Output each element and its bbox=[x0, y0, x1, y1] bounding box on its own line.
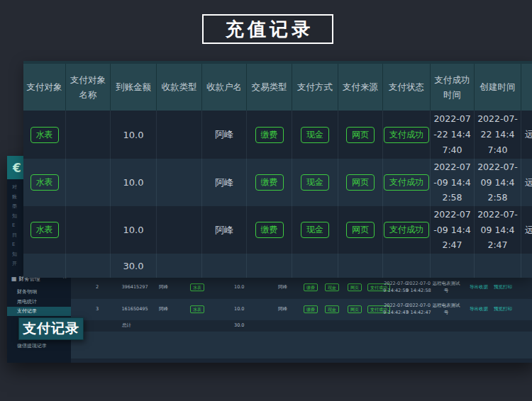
amount: 10.0 bbox=[234, 284, 244, 291]
pay-source-tag: 网页 bbox=[346, 127, 375, 143]
collect-type-cell bbox=[157, 159, 202, 206]
col-header: 支付对象名称 bbox=[66, 64, 111, 111]
success-time-cell: 2022-07-22 14:47:40 bbox=[431, 111, 475, 159]
col-header: 支付对象 bbox=[23, 64, 66, 111]
object-name: 阿峰 bbox=[159, 306, 168, 313]
pay-method-tag: 现金 bbox=[301, 174, 329, 191]
pay-method-tag: 现金 bbox=[325, 305, 339, 314]
remote-account-cell-partial: 远 bbox=[521, 159, 532, 206]
success-time-cell: 2022-07-09 14:42:58 bbox=[431, 159, 475, 206]
success-time: 2022-07-09 14:42:47 bbox=[383, 303, 409, 317]
collect-type-cell bbox=[157, 111, 202, 159]
col-header: 支付状态 bbox=[383, 64, 431, 111]
payment-object-cell: 水表 bbox=[23, 111, 66, 159]
pay-status-tag: 支付成功 bbox=[384, 127, 429, 143]
remote-account: 远程电表测试号 bbox=[431, 281, 461, 295]
pay-source-tag: 网页 bbox=[346, 174, 375, 191]
account-name-cell: 阿峰 bbox=[202, 111, 247, 159]
account-name: 阿峰 bbox=[278, 306, 287, 313]
amount-cell: 10.0 bbox=[111, 206, 157, 254]
total-empty-cell bbox=[157, 254, 202, 278]
col-header: 支付来源 bbox=[338, 64, 383, 111]
pay-status-tag: 支付成功 bbox=[384, 222, 429, 238]
create-time-cell: 2022-07-09 14:42:47 bbox=[475, 206, 521, 254]
collect-type-cell bbox=[157, 206, 202, 254]
pay-status-cell: 支付成功 bbox=[383, 159, 431, 206]
create-time-cell: 2022-07-09 14:42:58 bbox=[475, 159, 521, 206]
total-label: 总计 bbox=[122, 322, 131, 329]
col-header: 支付方式 bbox=[292, 64, 338, 111]
total-amount-cell: 30.0 bbox=[111, 254, 157, 278]
total-empty-cell bbox=[202, 254, 247, 278]
total-empty-cell bbox=[66, 254, 111, 278]
object-tag: 水表 bbox=[190, 283, 204, 292]
pay-method-cell: 现金 bbox=[292, 206, 338, 254]
total-empty-cell bbox=[247, 254, 292, 278]
account-name: 阿峰 bbox=[278, 284, 287, 291]
pay-status-cell: 支付成功 bbox=[383, 111, 431, 159]
payment-object-cell: 水表 bbox=[23, 159, 66, 206]
sidebar-item-finance-detail[interactable]: 财务明细 bbox=[7, 288, 71, 297]
remote-account: 远程电表测试号 bbox=[431, 303, 461, 317]
remote-account-cell-partial: 远 bbox=[521, 111, 532, 159]
total-empty-cell bbox=[292, 254, 338, 278]
total-empty-cell bbox=[431, 254, 475, 278]
trade-type-tag: 缴费 bbox=[304, 305, 318, 314]
object-name-cell bbox=[66, 111, 111, 159]
col-header: 创建时间 bbox=[475, 64, 521, 111]
sidebar-item-power-stats[interactable]: 用电统计 bbox=[7, 298, 71, 307]
order-id: 161650495 bbox=[116, 306, 153, 313]
object-name-cell bbox=[66, 206, 111, 254]
amount: 10.0 bbox=[234, 306, 244, 313]
payment-object-cell: 水表 bbox=[23, 206, 66, 254]
total-empty-cell bbox=[521, 254, 532, 278]
total-empty-cell bbox=[475, 254, 521, 278]
payment-records-callout: 支付记录 bbox=[18, 317, 84, 340]
pay-method-tag: 现金 bbox=[301, 222, 329, 238]
print-preview-link[interactable]: 预览打印 bbox=[494, 306, 512, 313]
trade-type-tag: 缴费 bbox=[255, 222, 284, 238]
col-header: 收款类型 bbox=[157, 64, 202, 111]
object-name-cell bbox=[66, 159, 111, 206]
grid-icon: ▦ bbox=[11, 276, 17, 282]
total-empty-cell bbox=[383, 254, 431, 278]
amount-cell: 10.0 bbox=[111, 111, 157, 159]
table-total-row: 总计 30.0 bbox=[71, 320, 532, 332]
col-header-partial bbox=[521, 64, 532, 111]
print-preview-link[interactable]: 预览打印 bbox=[494, 284, 512, 291]
recharge-table: 支付对象 支付对象名称 到账金额 收款类型 收款户名 交易类型 支付方式 支付来… bbox=[23, 61, 532, 278]
object-name: 阿峰 bbox=[159, 284, 168, 291]
col-header: 支付成功时间 bbox=[431, 64, 475, 111]
col-header: 收款户名 bbox=[202, 64, 247, 111]
sidebar-item-payment-records[interactable]: 支付记录 bbox=[7, 307, 71, 316]
table-row: 水表 10.0 阿峰 缴费 现金 网页 支付成功 2022-07-09 14:4… bbox=[23, 159, 532, 206]
export-receipt-link[interactable]: 导出收据 bbox=[470, 306, 488, 313]
trade-type-cell: 缴费 bbox=[247, 206, 292, 254]
pay-source-cell: 网页 bbox=[338, 159, 383, 206]
trade-type-tag: 缴费 bbox=[255, 127, 284, 143]
success-time-cell: 2022-07-09 14:42:47 bbox=[431, 206, 475, 254]
pay-method-tag: 现金 bbox=[301, 127, 329, 143]
pay-method-cell: 现金 bbox=[292, 159, 338, 206]
create-time: 2022-07-09 14:42:47 bbox=[406, 303, 431, 317]
trade-type-cell: 缴费 bbox=[247, 159, 292, 206]
total-amount: 30.0 bbox=[234, 322, 244, 329]
table-header-row: 支付对象 支付对象名称 到账金额 收款类型 收款户名 交易类型 支付方式 支付来… bbox=[23, 61, 532, 111]
object-tag: 水表 bbox=[190, 305, 204, 314]
export-receipt-link[interactable]: 导出收据 bbox=[470, 284, 488, 291]
trade-type-tag: 缴费 bbox=[255, 174, 284, 191]
pay-method-tag: 现金 bbox=[325, 283, 339, 292]
page-title: 充值记录 bbox=[202, 14, 333, 44]
create-time: 2022-07-09 14:42:58 bbox=[406, 281, 431, 295]
account-name-cell: 阿峰 bbox=[202, 159, 247, 206]
pay-status-tag: 支付成功 bbox=[384, 174, 429, 191]
table-row: 水表 10.0 阿峰 缴费 现金 网页 支付成功 2022-07-22 14:4… bbox=[23, 111, 532, 159]
page: € 对 账 墨 知 E 日 E 知 开 ▦ 财务管理 ^ 财务明细 用电统计 支… bbox=[0, 0, 532, 401]
sidebar-item-wechat-withdraw[interactable]: 微信提现记录 bbox=[7, 341, 71, 351]
pay-status-cell: 支付成功 bbox=[383, 206, 431, 254]
water-meter-tag: 水表 bbox=[31, 127, 59, 143]
col-header: 交易类型 bbox=[247, 64, 292, 111]
table-row: 3 161650495 阿峰 水表 10.0 阿峰 缴费 现金 网页 支付成功 … bbox=[71, 299, 532, 320]
pay-source-tag: 网页 bbox=[348, 283, 362, 292]
pay-source-tag: 网页 bbox=[346, 222, 375, 238]
